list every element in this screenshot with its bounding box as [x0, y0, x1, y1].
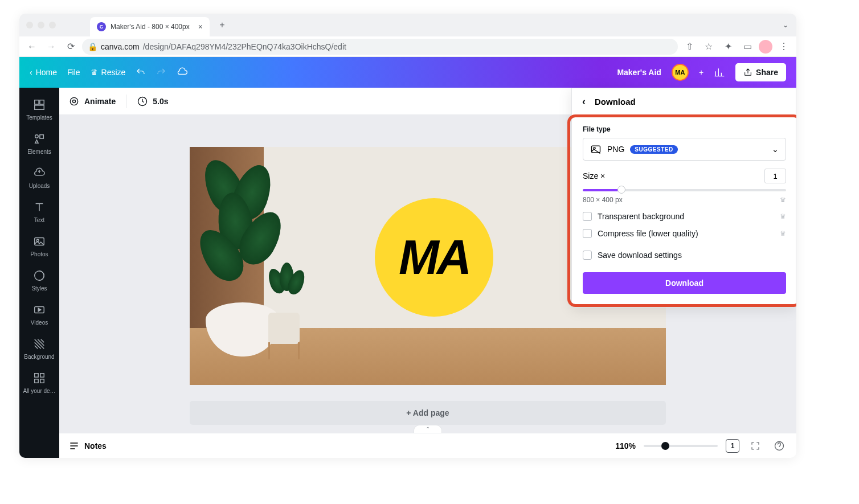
- document-title[interactable]: Maker's Aid: [617, 68, 661, 77]
- dimensions-label: 800 × 400 px: [583, 196, 623, 204]
- help-button[interactable]: [771, 438, 787, 454]
- option-label: Save download settings: [598, 251, 682, 260]
- zoom-value[interactable]: 110%: [615, 441, 636, 450]
- tab-title: Maker's Aid - 800 × 400px: [111, 23, 190, 31]
- svg-rect-11: [35, 379, 38, 382]
- share-label: Share: [756, 68, 778, 77]
- add-page-button[interactable]: + Add page: [190, 401, 666, 425]
- divider: [126, 95, 126, 108]
- highlighted-region: File type PNG SUGGESTED ⌄ Size × 800 × 4…: [567, 114, 796, 307]
- minimize-dot[interactable]: [38, 22, 44, 28]
- svg-rect-4: [40, 134, 43, 138]
- add-page-label: + Add page: [406, 408, 449, 417]
- cloud-sync-icon[interactable]: [177, 67, 188, 78]
- page-count-button[interactable]: 1: [726, 439, 739, 453]
- bookmark-icon[interactable]: ☆: [701, 39, 717, 55]
- notes-label: Notes: [84, 441, 107, 450]
- download-button[interactable]: Download: [583, 272, 786, 294]
- save-settings-option[interactable]: Save download settings: [583, 251, 786, 260]
- sidebar-item-elements[interactable]: Elements: [19, 126, 59, 161]
- crown-icon: ♛: [91, 68, 98, 77]
- crown-icon: ♛: [780, 212, 786, 220]
- notes-button[interactable]: Notes: [68, 440, 107, 452]
- tabs-chevron-icon[interactable]: ⌄: [783, 21, 788, 29]
- slider-thumb[interactable]: [617, 186, 625, 194]
- sidebar-item-templates[interactable]: Templates: [19, 92, 59, 126]
- checkbox[interactable]: [583, 212, 592, 221]
- fullscreen-button[interactable]: [747, 438, 763, 454]
- redo-button[interactable]: [156, 67, 166, 77]
- close-dot[interactable]: [26, 22, 33, 28]
- maximize-dot[interactable]: [49, 22, 56, 28]
- duration-button[interactable]: 5.0s: [137, 96, 168, 107]
- chevron-left-icon: ‹: [30, 68, 32, 77]
- image-icon: [590, 144, 602, 155]
- sidebar-label: Templates: [26, 114, 52, 121]
- status-bar: Notes 110% 1: [59, 433, 796, 458]
- svg-rect-17: [592, 146, 600, 153]
- animate-button[interactable]: Animate: [68, 96, 116, 107]
- sidebar-item-uploads[interactable]: Uploads: [19, 161, 59, 195]
- sidebar-item-background[interactable]: Background: [19, 331, 59, 366]
- page-tray-handle[interactable]: ⌃: [414, 425, 442, 433]
- small-pot: [268, 313, 300, 344]
- back-button[interactable]: ←: [24, 39, 40, 55]
- canva-favicon: C: [97, 22, 106, 31]
- back-icon[interactable]: ‹: [582, 96, 586, 108]
- sidebar-label: Styles: [31, 285, 47, 292]
- sidebar-item-all-designs[interactable]: All your de…: [19, 366, 59, 400]
- home-label: Home: [36, 68, 57, 77]
- crown-icon: ♛: [780, 230, 786, 237]
- crown-icon: ♛: [780, 196, 786, 204]
- sidebar-label: Text: [34, 217, 44, 223]
- extensions-icon[interactable]: ✦: [720, 39, 736, 55]
- lock-icon: 🔒: [88, 42, 97, 51]
- sidebar-item-photos[interactable]: Photos: [19, 229, 59, 263]
- svg-rect-12: [40, 379, 44, 382]
- suggested-badge: SUGGESTED: [630, 145, 677, 154]
- sidebar-item-styles[interactable]: Styles: [19, 263, 59, 297]
- share-button[interactable]: Share: [735, 63, 786, 81]
- insights-button[interactable]: [714, 67, 725, 78]
- sidebar-item-text[interactable]: Text: [19, 195, 59, 229]
- small-plant: [269, 263, 304, 308]
- transparent-bg-option[interactable]: Transparent background ♛: [583, 212, 786, 221]
- filetype-select[interactable]: PNG SUGGESTED ⌄: [583, 138, 786, 161]
- close-tab-icon[interactable]: ×: [198, 22, 203, 31]
- resize-button[interactable]: ♛ Resize: [91, 68, 126, 77]
- svg-rect-2: [35, 105, 44, 109]
- size-input[interactable]: [764, 169, 786, 183]
- option-label: Transparent background: [598, 212, 684, 221]
- browser-tab[interactable]: C Maker's Aid - 800 × 400px ×: [90, 17, 210, 36]
- home-button[interactable]: ‹ Home: [30, 68, 57, 77]
- share-url-icon[interactable]: ⇧: [681, 39, 697, 55]
- forward-button[interactable]: →: [43, 39, 59, 55]
- checkbox[interactable]: [583, 251, 592, 260]
- zoom-thumb[interactable]: [661, 442, 669, 450]
- download-title: Download: [595, 97, 636, 106]
- compress-option[interactable]: Compress file (lower quality) ♛: [583, 229, 786, 238]
- browser-address-bar: ← → ⟳ 🔒 canva.com/design/DAFAq298YM4/232…: [19, 36, 796, 57]
- file-menu[interactable]: File: [67, 68, 80, 77]
- size-label: Size ×: [583, 171, 605, 181]
- logo-circle[interactable]: MA: [375, 198, 493, 317]
- checkbox[interactable]: [583, 229, 592, 238]
- reader-icon[interactable]: ▭: [739, 39, 755, 55]
- undo-button[interactable]: [136, 67, 146, 77]
- sidebar-item-videos[interactable]: Videos: [19, 297, 59, 331]
- reload-button[interactable]: ⟳: [63, 39, 79, 55]
- sidebar-label: Background: [24, 354, 54, 360]
- filetype-value: PNG: [607, 145, 624, 154]
- zoom-slider[interactable]: [644, 445, 718, 447]
- side-panel: Templates Elements Uploads Text Photos S…: [19, 88, 59, 458]
- resize-label: Resize: [101, 68, 126, 77]
- new-tab-button[interactable]: +: [214, 17, 230, 33]
- browser-profile-avatar[interactable]: [759, 40, 772, 54]
- size-slider[interactable]: [583, 189, 786, 191]
- browser-menu-icon[interactable]: ⋮: [776, 39, 792, 55]
- url-field[interactable]: 🔒 canva.com/design/DAFAq298YM4/232PhEQnQ…: [82, 39, 678, 55]
- add-member-button[interactable]: +: [699, 68, 703, 77]
- download-button-label: Download: [665, 278, 703, 288]
- user-avatar[interactable]: MA: [672, 64, 689, 81]
- duration-label: 5.0s: [153, 97, 168, 106]
